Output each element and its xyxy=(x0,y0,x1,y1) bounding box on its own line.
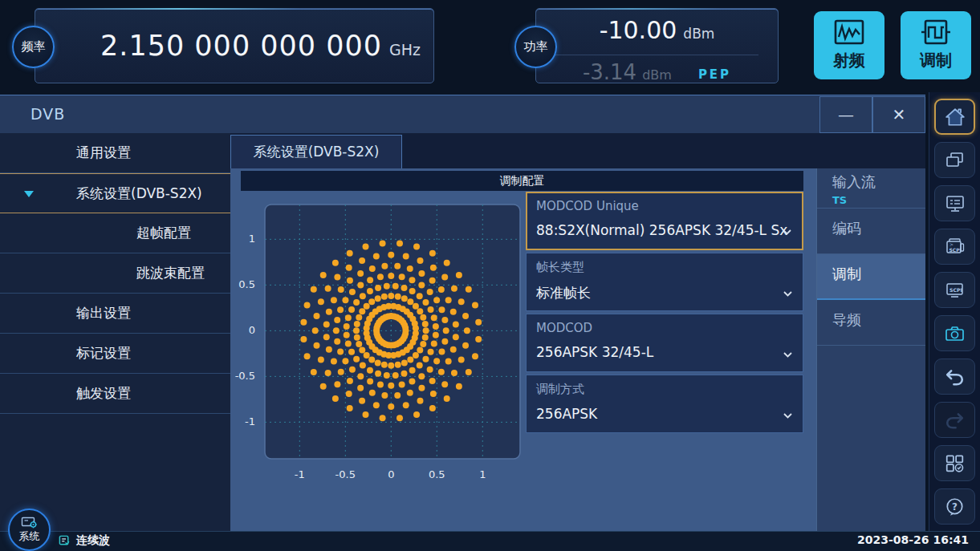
svg-text:?: ? xyxy=(952,500,958,512)
waveform-mode: 连续波 xyxy=(58,533,110,548)
rf-on-button[interactable]: 射频 xyxy=(814,11,884,79)
system-config-button[interactable] xyxy=(934,185,975,221)
redo-icon xyxy=(944,411,966,430)
svg-text:1: 1 xyxy=(479,468,486,480)
undo-icon xyxy=(944,367,966,387)
windows-icon xyxy=(945,151,965,169)
power-divider xyxy=(555,55,758,55)
system-button[interactable]: 系统 xyxy=(8,508,51,551)
datetime: 2023-08-26 16:41 xyxy=(857,533,969,546)
sidebar-item-trigger[interactable]: 触发设置 xyxy=(0,374,230,414)
svg-text:-1: -1 xyxy=(295,468,305,480)
screenshot-button[interactable] xyxy=(934,315,975,351)
windows-button[interactable] xyxy=(934,142,975,178)
apps-check-icon xyxy=(944,453,966,473)
pep-label: PEP xyxy=(698,63,731,82)
settings-sidebar: 通用设置 系统设置(DVB-S2X) 超帧配置 跳波束配置 输出设置 标记设置 … xyxy=(0,133,230,531)
chevron-down-icon xyxy=(783,351,793,359)
sidebar-item-general[interactable]: 通用设置 xyxy=(0,133,230,173)
svg-text:1: 1 xyxy=(249,233,255,245)
svg-text:-0.5: -0.5 xyxy=(235,370,255,382)
menu-item-coding[interactable]: 编码 xyxy=(817,209,925,254)
quick-access-strip: > SCPI SCPI xyxy=(929,92,980,531)
expand-triangle-icon xyxy=(24,191,34,197)
sidebar-item-output[interactable]: 输出设置 xyxy=(0,294,230,334)
system-gear-icon xyxy=(21,517,39,529)
chevron-down-icon xyxy=(783,412,793,419)
svg-text:SCPI: SCPI xyxy=(950,247,962,253)
chevron-down-icon xyxy=(782,229,792,236)
minimize-button[interactable]: — xyxy=(819,96,872,133)
dropdown-modulation-type[interactable]: 调制方式 256APSK xyxy=(526,375,803,433)
close-button[interactable]: ✕ xyxy=(872,96,925,133)
dropdown-frame-length-type[interactable]: 帧长类型 标准帧长 xyxy=(526,253,803,311)
sidebar-item-system-dvbs2x[interactable]: 系统设置(DVB-S2X) xyxy=(0,173,230,213)
scpi-record-icon: > SCPI xyxy=(944,237,966,257)
scpi-record-button[interactable]: > SCPI xyxy=(934,229,975,265)
instrument-screen: 2.150 000 000 000 GHz 频率 -10.00 dBm -3.1… xyxy=(0,0,980,551)
power-unit: dBm xyxy=(683,19,714,42)
svg-text:0: 0 xyxy=(249,324,255,336)
frequency-panel[interactable]: 2.150 000 000 000 GHz xyxy=(35,8,434,83)
sidebar-item-superframe[interactable]: 超帧配置 xyxy=(0,213,230,253)
scpi-monitor-button[interactable]: SCPI xyxy=(934,272,975,308)
minimize-icon: — xyxy=(838,105,854,124)
svg-text:0: 0 xyxy=(388,468,394,480)
constellation-plot: 10.50-0.5-1-1-0.500.51 xyxy=(229,198,546,491)
modcod-fields: MODCOD Unique 88:S2X(Normal) 256APSK 32/… xyxy=(526,192,803,436)
apps-check-button[interactable] xyxy=(934,445,975,481)
home-icon xyxy=(945,107,966,127)
dropdown-modcod-unique[interactable]: MODCOD Unique 88:S2X(Normal) 256APSK 32/… xyxy=(526,192,803,250)
note-icon xyxy=(58,534,71,547)
home-button[interactable] xyxy=(934,99,975,135)
svg-text:-0.5: -0.5 xyxy=(335,468,356,480)
power-value: -10.00 xyxy=(600,16,677,44)
pep-value: -3.14 xyxy=(583,60,636,84)
svg-text:-1: -1 xyxy=(245,415,255,427)
menu-item-input-stream[interactable]: 输入流 TS xyxy=(817,168,925,209)
svg-text:SCPI: SCPI xyxy=(950,286,962,292)
camera-icon xyxy=(944,324,966,343)
frequency-unit: GHz xyxy=(389,33,421,59)
help-button[interactable]: ? xyxy=(934,488,975,525)
pulse-wave-icon xyxy=(921,19,951,45)
sidebar-item-beam-hopping[interactable]: 跳波束配置 xyxy=(0,253,230,294)
menu-item-pilot[interactable]: 导频 xyxy=(817,300,925,346)
panel-title: 调制配置 xyxy=(241,171,803,191)
pep-unit: dBm xyxy=(642,63,672,83)
sidebar-item-marker[interactable]: 标记设置 xyxy=(0,334,230,374)
undo-button[interactable] xyxy=(934,359,975,395)
power-panel[interactable]: -10.00 dBm -3.14 dBm PEP xyxy=(535,8,779,83)
tab-system-settings[interactable]: 系统设置(DVB-S2X) xyxy=(230,135,402,168)
mod-on-button[interactable]: 调制 xyxy=(901,11,971,79)
frequency-value: 2.150 000 000 000 xyxy=(100,30,382,62)
power-badge: 功率 xyxy=(514,26,557,68)
chevron-down-icon xyxy=(783,290,793,298)
rf-button-label: 射频 xyxy=(833,50,865,71)
redo-button[interactable] xyxy=(934,402,975,438)
status-bar xyxy=(0,531,980,551)
svg-text:0.5: 0.5 xyxy=(429,468,445,480)
system-config-icon xyxy=(945,194,966,213)
mode-label: 连续波 xyxy=(76,533,110,548)
category-menu: 输入流 TS 编码 调制 导频 xyxy=(816,168,925,531)
close-icon: ✕ xyxy=(893,105,906,124)
scpi-monitor-icon: SCPI xyxy=(944,281,966,300)
frequency-badge: 频率 xyxy=(12,26,55,68)
help-icon: ? xyxy=(944,496,966,517)
window-title: DVB xyxy=(30,105,65,123)
svg-text:0.5: 0.5 xyxy=(238,278,255,290)
dropdown-modcod[interactable]: MODCOD 256APSK 32/45-L xyxy=(526,314,803,372)
tab-row: 系统设置(DVB-S2X) xyxy=(230,133,925,168)
menu-item-modulation[interactable]: 调制 xyxy=(817,254,925,300)
input-stream-value: TS xyxy=(832,194,925,206)
rf-wave-icon xyxy=(834,19,864,45)
mod-button-label: 调制 xyxy=(920,50,952,71)
window-titlebar: DVB — ✕ xyxy=(0,95,925,133)
